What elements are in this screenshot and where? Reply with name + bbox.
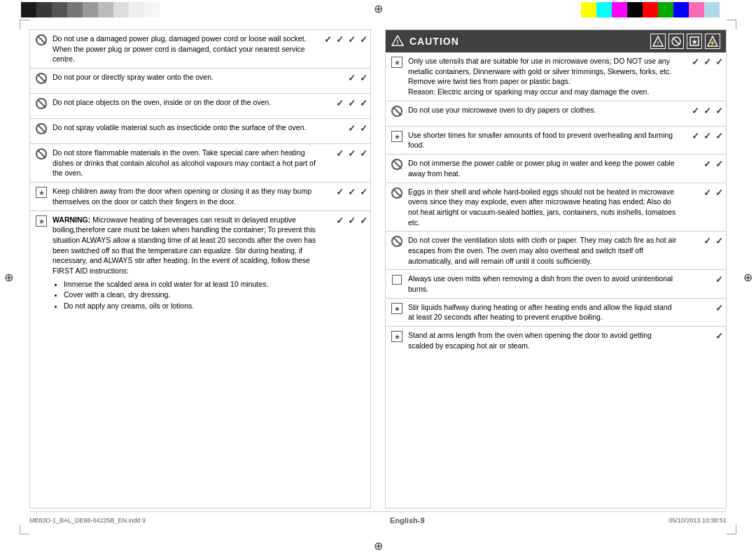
table-row: Stir liquids halfway during heating or a… (386, 299, 726, 327)
checkmark: ✓ (704, 236, 711, 246)
row-text: Use shorter times for smaller amounts of… (405, 130, 681, 150)
checkmark: ✓ (336, 187, 344, 197)
list-item: Immerse the scalded area in cold water f… (64, 279, 323, 290)
caution-icon-0: ! (650, 34, 666, 49)
checkmark: ✓ (715, 303, 723, 313)
table-row: WARNING: Microwave heating of beverages … (30, 211, 370, 315)
check-cell: ✓ (681, 302, 723, 313)
table-row: Do not use a damaged power plug, damaged… (30, 30, 370, 69)
checkmark: ✓ (324, 34, 332, 45)
svg-line-5 (673, 38, 680, 45)
checkmark: ✓ (715, 159, 723, 169)
caution-triangle-svg: ! (391, 35, 404, 46)
table-row: Only use utensils that are suitable for … (386, 52, 726, 101)
prohibited-icon (33, 122, 50, 134)
check-cell: ✓✓✓ (681, 105, 723, 116)
checkmark: ✓ (704, 187, 711, 198)
svg-text:!: ! (657, 40, 659, 46)
page-number: English-9 (146, 516, 668, 525)
warning-triangle-icon: ! (391, 35, 404, 48)
main-content: Do not use a damaged power plug, damaged… (29, 29, 727, 525)
prohibited-symbol (36, 98, 47, 109)
table-row: Do not spray volatile material such as i… (30, 119, 370, 144)
color-swatch (581, 2, 596, 17)
checkmark: ✓ (360, 148, 368, 159)
prohibited-symbol (36, 34, 47, 45)
checkmark: ✓ (336, 148, 344, 159)
checkmark: ✓ (348, 123, 356, 134)
prohibited-icon (388, 187, 405, 199)
footer-left: ME83D-1_BAL_DE68-04225B_EN.indd 9 (29, 517, 146, 524)
caution-icon-3: ⚡ (705, 34, 720, 49)
color-swatch (596, 2, 612, 17)
star-symbol (36, 215, 47, 227)
star-icon (388, 130, 405, 142)
checkmark: ✓ (715, 57, 723, 67)
row-text: Do not immerse the power cable or power … (405, 158, 681, 178)
checkmark: ✓ (360, 34, 368, 45)
checkmark: ✓ (715, 274, 723, 285)
color-swatch (98, 2, 113, 17)
row-text: Keep children away from the door when op… (50, 186, 326, 206)
checkmark: ✓ (704, 131, 711, 141)
checkmark: ✓ (348, 98, 356, 108)
caution-header: ! CAUTION!★⚡ (386, 30, 726, 52)
box-icon (388, 274, 405, 285)
check-cell: ✓✓ (681, 235, 723, 246)
svg-text:★: ★ (692, 38, 698, 45)
checkmark: ✓ (692, 57, 699, 67)
color-swatch (36, 2, 52, 17)
checkmark: ✓ (336, 215, 344, 226)
color-swatch (83, 2, 98, 17)
footer-right: 05/10/2013 10:38:51 (668, 517, 727, 524)
checkmark: ✓ (704, 106, 711, 116)
color-swatch (720, 2, 735, 17)
row-text: Do not use a damaged power plug, damaged… (50, 34, 324, 64)
row-text: Do not cover the ventilation slots with … (405, 235, 681, 266)
checkmark: ✓ (715, 187, 723, 198)
checkmark: ✓ (704, 159, 711, 169)
check-cell: ✓ (681, 330, 723, 341)
prohibited-icon (33, 34, 50, 45)
row-text: WARNING: Microwave heating of beverages … (50, 215, 326, 312)
color-swatch (160, 2, 175, 17)
star-icon (33, 186, 50, 198)
checkmark: ✓ (715, 236, 723, 246)
checkmark: ✓ (692, 106, 699, 116)
prohibited-icon (388, 235, 405, 247)
check-cell: ✓ (681, 274, 723, 285)
checkmark: ✓ (348, 187, 356, 197)
star-icon (388, 56, 405, 68)
star-symbol (391, 331, 402, 342)
table-row: Do not pour or directly spray water onto… (30, 69, 370, 94)
list-item: Do not apply any creams, oils or lotions… (64, 301, 323, 312)
checkmark: ✓ (348, 215, 356, 226)
star-symbol (391, 303, 402, 314)
row-text: Only use utensils that are suitable for … (405, 56, 681, 97)
box-symbol (392, 275, 402, 285)
checkmark: ✓ (715, 331, 723, 341)
check-cell: ✓✓ (326, 122, 368, 134)
checkmark: ✓ (715, 106, 723, 116)
color-swatch (673, 2, 689, 17)
star-symbol (36, 187, 47, 198)
color-swatch (67, 2, 83, 17)
color-swatch (52, 2, 67, 17)
checkmark: ✓ (360, 187, 368, 197)
checkmark: ✓ (348, 73, 356, 83)
table-row: Keep children away from the door when op… (30, 183, 370, 211)
caution-icon-1 (668, 34, 684, 49)
prohibited-icon (33, 148, 50, 159)
corner-mark-br (727, 525, 736, 534)
list-item: Cover with a clean, dry dressing. (64, 290, 323, 301)
table-row: Do not immerse the power cable or power … (386, 155, 726, 183)
prohibited-symbol (391, 187, 402, 199)
checkmark: ✓ (348, 148, 356, 159)
row-text: Stir liquids halfway during heating or a… (405, 302, 681, 322)
caution-label: CAUTION (410, 36, 459, 47)
color-swatch (689, 2, 704, 17)
svg-text:!: ! (397, 38, 399, 45)
check-cell: ✓✓✓ (326, 215, 368, 226)
color-bar-right (581, 0, 735, 20)
star-symbol (391, 131, 402, 142)
